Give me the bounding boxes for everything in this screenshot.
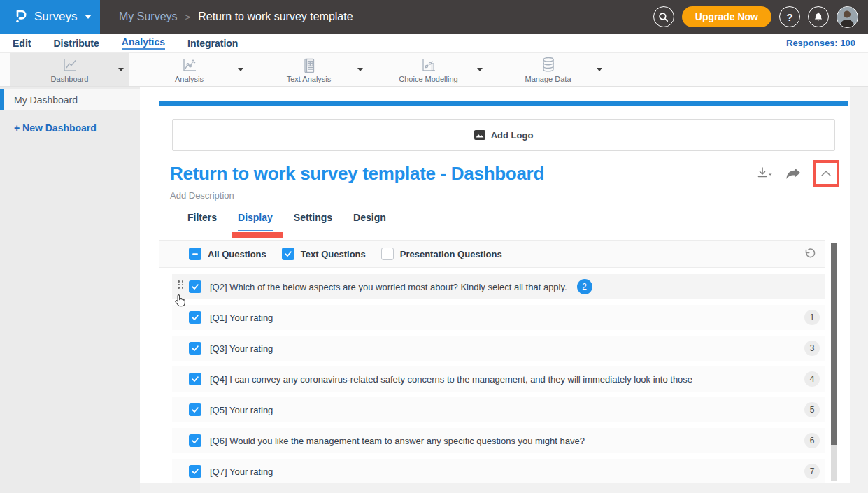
user-avatar[interactable] [837,6,858,28]
tab-display[interactable]: Display [238,212,273,231]
survey-subnav: Edit Distribute Analytics Integration Re… [0,34,868,53]
chevron-down-icon[interactable] [477,68,483,71]
toolbar-manage-data-label: Manage Data [525,75,571,83]
filter-label: Presentation Questions [400,249,502,259]
dashboard-chart-icon [62,57,78,73]
tab-settings[interactable]: Settings [294,212,332,231]
question-checkbox[interactable] [189,342,201,355]
breadcrumb-my-surveys[interactable]: My Surveys [119,10,178,23]
new-dashboard-button[interactable]: + New Dashboard [14,122,140,134]
collapse-panel-red-annotation[interactable] [813,160,839,187]
app-label: Surveys [34,10,77,24]
subnav-analytics[interactable]: Analytics [122,36,165,50]
text-questions-checkbox[interactable] [282,248,294,260]
drag-handle-icon[interactable] [178,280,183,290]
question-checkbox[interactable] [189,465,201,478]
question-order-badge: 2 [577,279,592,294]
dashboard-panel: Add Logo Return to work survey template … [140,87,850,483]
choice-modelling-icon [420,57,437,73]
filter-all-questions[interactable]: All Questions [189,248,266,260]
responses-count[interactable]: Responses: 100 [786,38,855,48]
header-actions: Upgrade Now ? [653,6,858,28]
dashboard-tabs: Filters Display Settings Design [187,212,850,231]
subnav-edit[interactable]: Edit [13,38,31,49]
question-row[interactable]: [Q2] Which of the below aspects are you … [172,274,825,299]
chevron-down-icon[interactable] [118,68,124,71]
question-label: [Q7] Your rating [210,466,804,477]
filter-label: All Questions [208,249,266,259]
text-analysis-icon [301,57,317,73]
subnav-distribute[interactable]: Distribute [53,38,99,49]
chevron-down-icon[interactable] [238,68,243,71]
analysis-chart-icon [181,57,198,73]
filter-text-questions[interactable]: Text Questions [282,248,366,260]
question-label: [Q2] Which of the below aspects are you … [210,282,567,292]
add-logo-label: Add Logo [491,130,534,141]
question-row[interactable]: [Q1] Your rating 1 [172,305,825,330]
questionpro-logo-icon [13,8,28,25]
subnav-integration[interactable]: Integration [187,38,238,49]
toolbar-analysis-label: Analysis [175,75,204,83]
question-order-badge: 3 [804,341,820,356]
reset-order-icon[interactable] [803,248,816,260]
question-filter-bar: All Questions Text Questions Presentatio… [159,240,825,268]
tab-design[interactable]: Design [353,212,386,231]
filter-presentation-questions[interactable]: Presentation Questions [381,248,502,260]
dashboard-title[interactable]: Return to work survey template - Dashboa… [170,163,544,185]
toolbar-text-analysis-label: Text Analysis [287,75,332,83]
toolbar-text-analysis[interactable]: Text Analysis [249,53,369,86]
toolbar-dashboard[interactable]: Dashboard [10,53,129,86]
share-icon[interactable] [785,167,801,180]
question-order-badge: 5 [804,402,820,417]
toolbar-dashboard-label: Dashboard [51,75,89,83]
question-label: [Q5] Your rating [210,405,804,415]
collapse-chevron-up-icon [820,170,832,177]
dashboard-sidebar: My Dashboard + New Dashboard [0,87,140,493]
question-checkbox[interactable] [189,403,201,416]
add-logo-button[interactable]: Add Logo [172,119,835,151]
question-list-scrollbar[interactable] [831,243,837,481]
database-icon [541,57,556,73]
breadcrumb-survey-title: Return to work survey template [198,10,353,23]
question-checkbox[interactable] [189,311,201,324]
add-description-field[interactable]: Add Description [170,190,850,201]
toolbar-analysis[interactable]: Analysis [129,53,249,86]
toolbar-choice-modelling[interactable]: Choice Modelling [369,53,488,86]
chevron-down-icon[interactable] [597,68,602,71]
upgrade-now-button[interactable]: Upgrade Now [682,6,771,27]
download-icon[interactable] [757,166,774,180]
toolbar-manage-data[interactable]: Manage Data [488,53,608,86]
page-body: My Dashboard + New Dashboard Add Logo Re… [0,87,868,493]
search-icon[interactable] [653,6,674,27]
question-label: [Q1] Your rating [210,313,804,323]
question-row[interactable]: [Q4] I can convey any coronavirus-relate… [172,366,825,392]
question-list: [Q2] Which of the below aspects are you … [172,274,825,483]
question-row[interactable]: [Q5] Your rating 5 [172,397,825,422]
question-row[interactable]: [Q7] Your rating 7 [172,459,825,483]
question-label: [Q4] I can convey any coronavirus-relate… [210,374,804,385]
question-label: [Q6] Would you like the management team … [210,436,804,446]
image-icon [474,130,485,140]
question-checkbox[interactable] [189,434,201,447]
title-row: Return to work survey template - Dashboa… [170,160,839,187]
all-questions-checkbox[interactable] [189,248,201,260]
app-switcher[interactable]: Surveys [0,0,100,34]
toolbar-choice-modelling-label: Choice Modelling [399,75,457,83]
question-label: [Q3] Your rating [210,343,804,354]
tab-filters[interactable]: Filters [187,212,217,231]
question-order-badge: 1 [804,310,820,325]
breadcrumb: My Surveys > Return to work survey templ… [119,10,353,23]
question-order-badge: 7 [804,464,820,479]
notifications-bell-icon[interactable] [808,6,829,27]
question-checkbox[interactable] [189,280,201,293]
chevron-down-icon[interactable] [357,68,363,71]
dashboard-actions [757,160,839,187]
question-row[interactable]: [Q6] Would you like the management team … [172,428,825,453]
help-icon[interactable]: ? [779,6,800,27]
question-checkbox[interactable] [189,373,201,385]
question-row[interactable]: [Q3] Your rating 3 [172,336,825,361]
scrollbar-thumb[interactable] [831,243,837,445]
sidebar-item-my-dashboard[interactable]: My Dashboard [0,89,140,110]
dashboard-accent-bar [159,101,848,106]
presentation-questions-checkbox[interactable] [381,248,394,260]
